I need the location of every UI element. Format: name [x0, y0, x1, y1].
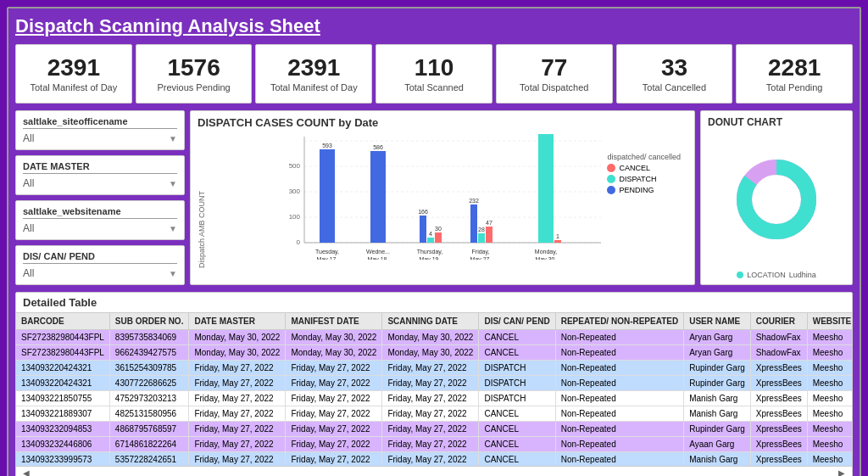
table-row[interactable]: 1340932324468066714861822264Friday, May …	[16, 437, 852, 452]
svg-point-39	[754, 177, 798, 221]
kpi-card-0: 2391 Total Manifest of Day	[15, 44, 132, 104]
cell-3-5: DISPATCH	[479, 376, 555, 391]
donut-container	[708, 132, 845, 267]
table-wrapper[interactable]: BARCODESUB ORDER NO.DATE MASTERMANIFEST …	[16, 313, 852, 466]
filter-website-select[interactable]: All ▼	[23, 222, 177, 234]
kpi-value-0: 2391	[47, 55, 100, 81]
filter-date-label: DATE MASTER	[23, 161, 177, 174]
chart-content: Dispatch AMB COUNT	[198, 132, 687, 268]
donut-legend-item: LOCATION Ludhina	[708, 271, 845, 279]
col-header-5: DIS/ CAN/ PEND	[479, 313, 555, 330]
table-row[interactable]: SF272382980443FPL8395735834069Monday, Ma…	[16, 330, 852, 345]
donut-legend-label: LOCATION	[747, 271, 785, 279]
col-header-8: COURIER	[750, 313, 807, 330]
col-header-6: REPEATED/ NON-REPEATED	[555, 313, 684, 330]
filter-site-select[interactable]: All ▼	[23, 132, 177, 144]
cell-6-8: XpressBees	[750, 422, 807, 437]
cell-4-7: Manish Garg	[684, 391, 751, 406]
cancel-legend-dot	[607, 164, 615, 172]
bar-pending-4	[470, 204, 477, 243]
kpi-card-3: 110 Total Scanned	[376, 44, 492, 104]
table-row[interactable]: 1340932218507554752973203213Friday, May …	[16, 391, 852, 406]
cell-5-6: Non-Repeated	[555, 406, 684, 422]
bar-dispatch-5	[538, 134, 554, 243]
cell-4-9: Meesho	[807, 391, 852, 406]
filter-date-master[interactable]: DATE MASTER All ▼	[15, 155, 185, 195]
cell-8-6: Non-Repeated	[555, 452, 684, 467]
filter-dcp-select[interactable]: All ▼	[23, 267, 177, 279]
dispatch-legend-label: DISPATCH	[619, 175, 656, 183]
cell-4-1: 4752973203213	[109, 391, 189, 406]
cell-4-3: Friday, May 27, 2022	[286, 391, 382, 406]
bar-cancel-3	[435, 232, 442, 243]
table-row[interactable]: 1340932218893074825131580956Friday, May …	[16, 406, 852, 422]
donut-legend: LOCATION Ludhina	[708, 271, 845, 279]
col-header-7: USER NAME	[684, 313, 751, 330]
cell-1-0: SF272382980443FPL	[16, 345, 109, 361]
cell-7-3: Friday, May 27, 2022	[286, 437, 382, 452]
svg-text:0: 0	[297, 238, 301, 246]
filter-site-office[interactable]: saltlake_siteofficename All ▼	[15, 110, 185, 150]
table-row[interactable]: 1340932204243213615254309785Friday, May …	[16, 361, 852, 376]
svg-text:Tuesday,: Tuesday,	[315, 249, 339, 255]
cell-5-2: Friday, May 27, 2022	[189, 406, 286, 422]
scroll-left-icon[interactable]: ◀	[23, 468, 30, 476]
filter-date-select[interactable]: All ▼	[23, 177, 177, 189]
filter-website-value: All	[23, 222, 34, 234]
cell-5-0: 134093221889307	[16, 406, 109, 422]
cell-0-6: Non-Repeated	[555, 330, 684, 345]
svg-text:300: 300	[289, 188, 301, 195]
cell-8-0: 134093233999573	[16, 452, 109, 467]
cell-8-3: Friday, May 27, 2022	[286, 452, 382, 467]
legend-title: dispatched/ cancelled	[607, 153, 681, 161]
cell-3-6: Non-Repeated	[555, 376, 684, 391]
table-row[interactable]: 1340932339995735357228242651Friday, May …	[16, 452, 852, 467]
chevron-down-icon4: ▼	[169, 269, 177, 278]
cell-2-7: Rupinder Garg	[684, 361, 751, 376]
filter-dis-can-pend[interactable]: DIS/ CAN/ PEND All ▼	[15, 245, 185, 285]
cell-4-0: 134093221850755	[16, 391, 109, 406]
cell-2-2: Friday, May 27, 2022	[189, 361, 286, 376]
kpi-value-3: 110	[415, 55, 454, 81]
filter-dcp-label: DIS/ CAN/ PEND	[23, 251, 177, 264]
svg-text:May 18,: May 18,	[368, 256, 389, 260]
kpi-label-1: Previous Pending	[157, 82, 230, 92]
cell-6-6: Non-Repeated	[555, 422, 684, 437]
kpi-label-0: Total Manifest of Day	[31, 82, 118, 92]
cell-8-7: Manish Garg	[684, 452, 751, 467]
cell-2-5: DISPATCH	[479, 361, 555, 376]
cell-4-8: XpressBees	[750, 391, 807, 406]
cell-5-5: CANCEL	[479, 406, 555, 422]
cell-7-8: XpressBees	[750, 437, 807, 452]
col-header-2: DATE MASTER	[189, 313, 286, 330]
filter-website[interactable]: saltlake_websitename All ▼	[15, 200, 185, 240]
col-header-3: MANIFEST DATE	[286, 313, 382, 330]
cell-0-4: Monday, May 30, 2022	[382, 330, 479, 345]
table-row[interactable]: 1340932204243214307722686625Friday, May …	[16, 376, 852, 391]
cell-3-2: Friday, May 27, 2022	[189, 376, 286, 391]
scroll-right-icon[interactable]: ▶	[838, 468, 845, 476]
bar-chart-area: DISPATCH CASES COUNT by Date Dispatch AM…	[190, 110, 695, 285]
kpi-label-4: Total Dispatched	[520, 82, 588, 92]
legend-dispatch: DISPATCH	[607, 175, 681, 183]
filter-site-label: saltlake_siteofficename	[23, 116, 177, 129]
svg-text:28: 28	[478, 227, 485, 232]
table-header-row: BARCODESUB ORDER NO.DATE MASTERMANIFEST …	[16, 313, 852, 330]
chevron-down-icon3: ▼	[169, 224, 177, 233]
cell-8-2: Friday, May 27, 2022	[189, 452, 286, 467]
cell-1-5: CANCEL	[479, 345, 555, 361]
bar-dispatch-4	[478, 233, 485, 243]
table-row[interactable]: 1340932320948534868795768597Friday, May …	[16, 422, 852, 437]
table-row[interactable]: SF272382980443FPL9662439427575Monday, Ma…	[16, 345, 852, 361]
chevron-down-icon2: ▼	[169, 179, 177, 188]
cell-7-7: Ayaan Garg	[684, 437, 751, 452]
cell-1-9: Meesho	[807, 345, 852, 361]
svg-text:Monday,: Monday,	[535, 249, 557, 255]
donut-chart-area: DONUT CHART LOCATION L	[700, 110, 853, 285]
cell-6-7: Rupinder Garg	[684, 422, 751, 437]
cell-4-4: Friday, May 27, 2022	[382, 391, 479, 406]
cell-5-7: Manish Garg	[684, 406, 751, 422]
cell-1-6: Non-Repeated	[555, 345, 684, 361]
kpi-value-6: 2281	[768, 55, 821, 81]
svg-text:May 27,: May 27,	[470, 256, 492, 260]
